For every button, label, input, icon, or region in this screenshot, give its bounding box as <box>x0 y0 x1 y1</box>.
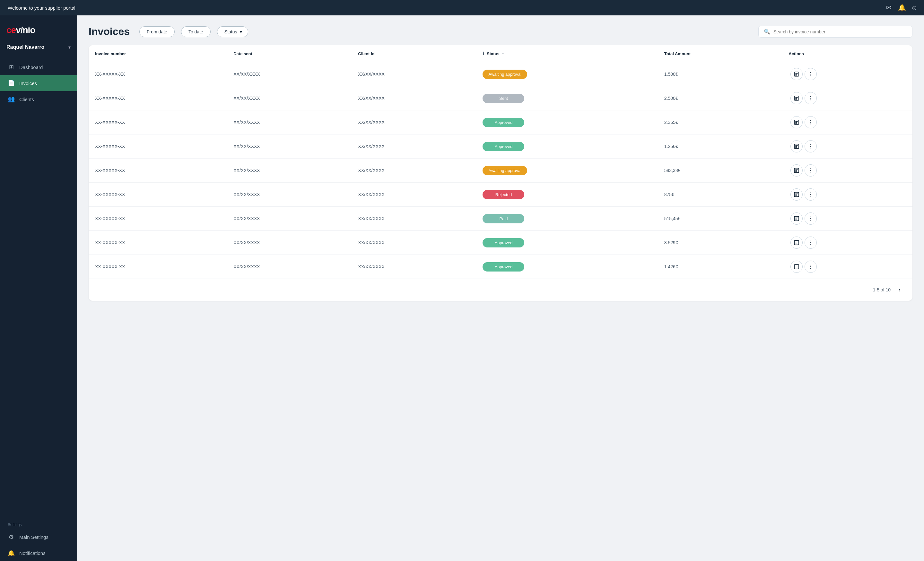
status-badge: Rejected <box>483 190 524 199</box>
status-filter-button[interactable]: Status ▾ <box>217 26 248 37</box>
cell-invoice-number: XX-XXXXX-XX <box>88 183 227 207</box>
cell-total-amount: 515,45€ <box>658 207 782 231</box>
cell-status: Approved <box>476 255 657 279</box>
cell-client-id: XX/XX/XXXX <box>351 183 476 207</box>
cell-status: Approved <box>476 231 657 255</box>
more-options-button[interactable] <box>805 212 817 224</box>
sidebar-item-main-settings[interactable]: ⚙ Main Settings <box>0 529 77 545</box>
cell-client-id: XX/XX/XXXX <box>351 255 476 279</box>
cell-invoice-number: XX-XXXXX-XX <box>88 255 227 279</box>
sidebar-item-clients[interactable]: 👥 Clients <box>0 91 77 107</box>
sidebar-item-label-clients: Clients <box>19 97 34 102</box>
pdf-button[interactable] <box>790 68 802 80</box>
logo-ce: ce <box>6 25 16 35</box>
pdf-button[interactable] <box>790 212 802 224</box>
settings-section: Settings ⚙ Main Settings 🔔 Notifications <box>0 517 77 561</box>
cell-client-id: XX/XX/XXXX <box>351 62 476 86</box>
user-section[interactable]: Raquel Navarro ▾ <box>0 44 77 59</box>
table-row: XX-XXXXX-XX XX/XX/XXXX XX/XX/XXXX Approv… <box>88 231 912 255</box>
table-row: XX-XXXXX-XX XX/XX/XXXX XX/XX/XXXX Approv… <box>88 135 912 159</box>
search-icon: 🔍 <box>764 28 770 34</box>
more-options-button[interactable] <box>805 140 817 153</box>
svg-point-46 <box>810 217 811 217</box>
svg-point-40 <box>810 194 811 195</box>
col-header-client-id: Client Id <box>351 45 476 62</box>
from-date-button[interactable]: From date <box>140 26 175 37</box>
sidebar-item-invoices[interactable]: 📄 Invoices <box>0 75 77 91</box>
sidebar-item-label-dashboard: Dashboard <box>19 64 43 70</box>
content-area: Invoices From date To date Status ▾ 🔍 In… <box>77 15 924 561</box>
more-options-button[interactable] <box>805 188 817 200</box>
sidebar-item-notifications[interactable]: 🔔 Notifications <box>0 545 77 561</box>
more-options-button[interactable] <box>805 236 817 249</box>
pdf-button[interactable] <box>790 164 802 177</box>
cell-actions <box>782 135 912 159</box>
sidebar-item-dashboard[interactable]: ⊞ Dashboard <box>0 59 77 75</box>
svg-point-62 <box>810 268 811 269</box>
pdf-button[interactable] <box>790 260 802 273</box>
cell-client-id: XX/XX/XXXX <box>351 207 476 231</box>
status-badge: Approved <box>483 262 524 272</box>
cell-date-sent: XX/XX/XXXX <box>227 183 351 207</box>
more-options-button[interactable] <box>805 164 817 177</box>
cell-client-id: XX/XX/XXXX <box>351 159 476 183</box>
topbar-welcome: Welcome to your supplier portal <box>8 5 75 10</box>
cell-actions <box>782 111 912 135</box>
pdf-button[interactable] <box>790 140 802 153</box>
sidebar-item-label-invoices: Invoices <box>19 81 37 86</box>
status-badge: Sent <box>483 94 524 103</box>
pdf-button[interactable] <box>790 188 802 200</box>
cell-client-id: XX/XX/XXXX <box>351 111 476 135</box>
dashboard-icon: ⊞ <box>8 64 15 70</box>
pdf-button[interactable] <box>790 116 802 129</box>
page-title: Invoices <box>88 26 130 37</box>
more-options-button[interactable] <box>805 260 817 273</box>
email-icon[interactable]: ✉ <box>886 4 892 12</box>
cell-client-id: XX/XX/XXXX <box>351 231 476 255</box>
cell-status: Paid <box>476 207 657 231</box>
status-badge: Approved <box>483 238 524 247</box>
svg-point-6 <box>810 75 811 76</box>
table-row: XX-XXXXX-XX XX/XX/XXXX XX/XX/XXXX Approv… <box>88 111 912 135</box>
svg-point-11 <box>810 96 811 97</box>
to-date-button[interactable]: To date <box>181 26 211 37</box>
col-header-actions: Actions <box>782 45 912 62</box>
cell-total-amount: 1.256€ <box>658 135 782 159</box>
cell-total-amount: 875€ <box>658 183 782 207</box>
table-row: XX-XXXXX-XX XX/XX/XXXX XX/XX/XXXX Sent 2… <box>88 86 912 111</box>
cell-actions <box>782 62 912 86</box>
col-header-total-amount: Total Amount <box>658 45 782 62</box>
col-header-status: ℹ Status ↑ <box>476 45 657 62</box>
more-options-button[interactable] <box>805 68 817 80</box>
bell-icon[interactable]: 🔔 <box>898 4 906 12</box>
sort-icon[interactable]: ↑ <box>502 51 504 56</box>
status-badge: Awaiting approval <box>483 70 527 79</box>
sidebar-item-label-notifications: Notifications <box>19 551 46 556</box>
svg-point-4 <box>810 72 811 73</box>
pdf-button[interactable] <box>790 92 802 104</box>
next-page-button[interactable]: › <box>894 285 905 295</box>
sidebar-item-label-main-settings: Main Settings <box>19 534 48 540</box>
nav-items: ⊞ Dashboard 📄 Invoices 👥 Clients <box>0 59 77 517</box>
more-options-button[interactable] <box>805 116 817 129</box>
search-input[interactable] <box>773 29 907 34</box>
cell-date-sent: XX/XX/XXXX <box>227 135 351 159</box>
cell-status: Sent <box>476 86 657 111</box>
cell-invoice-number: XX-XXXXX-XX <box>88 111 227 135</box>
chevron-down-icon[interactable]: ▾ <box>68 45 70 50</box>
pdf-button[interactable] <box>790 236 802 249</box>
cell-total-amount: 2.365€ <box>658 111 782 135</box>
cell-date-sent: XX/XX/XXXX <box>227 111 351 135</box>
search-box: 🔍 <box>758 26 912 37</box>
svg-point-54 <box>810 242 811 243</box>
more-options-button[interactable] <box>805 92 817 104</box>
logout-icon[interactable]: ⎋ <box>912 4 916 12</box>
cell-date-sent: XX/XX/XXXX <box>227 231 351 255</box>
cell-actions <box>782 86 912 111</box>
cell-actions <box>782 255 912 279</box>
clients-icon: 👥 <box>8 96 15 103</box>
svg-point-33 <box>810 170 811 171</box>
cell-actions <box>782 231 912 255</box>
svg-point-48 <box>810 220 811 220</box>
svg-point-34 <box>810 172 811 172</box>
